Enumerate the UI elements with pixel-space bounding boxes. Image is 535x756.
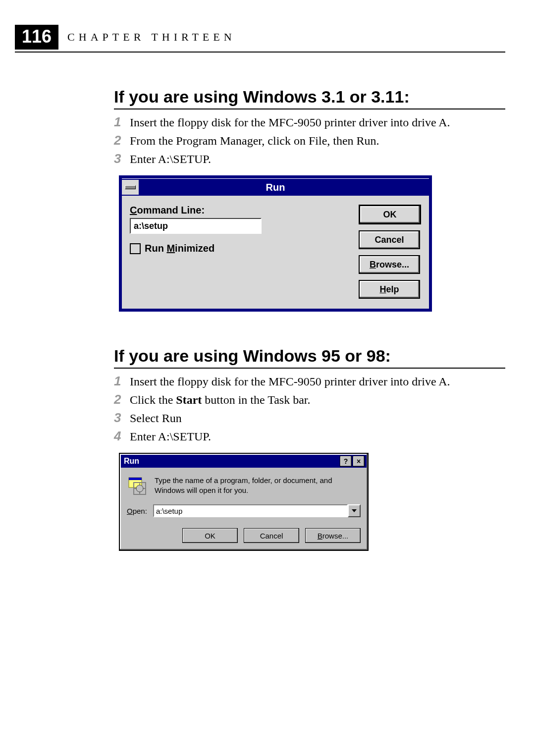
command-line-label: Command Line: [130,205,350,216]
dialog-title: Run [124,457,139,466]
step-2: 2 From the Program Manager, click on Fil… [114,133,505,148]
ok-button[interactable]: OK [359,205,421,224]
titlebar[interactable]: Run ? × [121,455,367,468]
step-text: From the Program Manager, click on File,… [130,134,379,148]
step-1: 1 Insert the floppy disk for the MFC-905… [114,114,505,130]
cancel-button[interactable]: Cancel [359,230,420,249]
step-text: Insert the floppy disk for the MFC-9050 … [130,375,450,388]
close-icon[interactable]: × [353,456,365,467]
open-input[interactable] [153,504,348,517]
cancel-button[interactable]: Cancel [244,528,299,543]
dialog-title: Run [122,182,429,193]
help-icon[interactable]: ? [340,456,352,467]
run-dialog-win31: Run Command Line: Run Minimized [119,175,432,312]
step-text: Click the Start button in the Task bar. [130,393,311,407]
run-minimized-label: Run Minimized [145,243,214,254]
open-label: Open: [127,507,147,515]
browse-button[interactable]: Browse... [359,255,420,274]
step-number: 3 [114,410,124,426]
step-number: 2 [114,392,124,407]
run-program-icon [127,476,148,496]
section-title-win31: If you are using Windows 3.1 or 3.11: [114,87,505,107]
dialog-message: Type the name of a program, folder, or d… [155,476,361,495]
browse-button[interactable]: Browse... [305,528,361,543]
step-text: Enter A:\SETUP. [130,430,211,443]
header-rule [15,52,505,53]
step-number: 1 [114,374,124,389]
step-2: 2 Click the Start button in the Task bar… [114,392,505,407]
chevron-down-icon [352,509,357,512]
command-line-input[interactable] [130,218,262,234]
step-3: 3 Enter A:\SETUP. [114,151,505,166]
step-text: Enter A:\SETUP. [130,153,211,166]
help-button[interactable]: Help [359,280,420,299]
section-rule [114,368,505,369]
step-number: 2 [114,133,124,148]
page-number: 116 [15,25,58,50]
step-text: Select Run [130,412,182,425]
titlebar[interactable]: Run [122,178,429,196]
step-number: 3 [114,151,124,166]
step-number: 4 [114,429,124,444]
step-4: 4 Enter A:\SETUP. [114,429,505,444]
dropdown-button[interactable] [348,504,361,517]
chapter-label: CHAPTER THIRTEEN [67,31,236,44]
step-number: 1 [114,114,124,130]
svg-point-3 [136,485,143,492]
section-rule [114,108,505,109]
section-title-win95: If you are using Windows 95 or 98: [114,346,505,366]
run-dialog-win95: Run ? × [119,453,369,551]
step-3: 3 Select Run [114,410,505,426]
step-text: Insert the floppy disk for the MFC-9050 … [130,116,450,129]
step-1: 1 Insert the floppy disk for the MFC-905… [114,374,505,389]
run-minimized-checkbox[interactable] [130,243,141,254]
svg-rect-1 [129,478,142,480]
ok-button[interactable]: OK [182,528,238,543]
